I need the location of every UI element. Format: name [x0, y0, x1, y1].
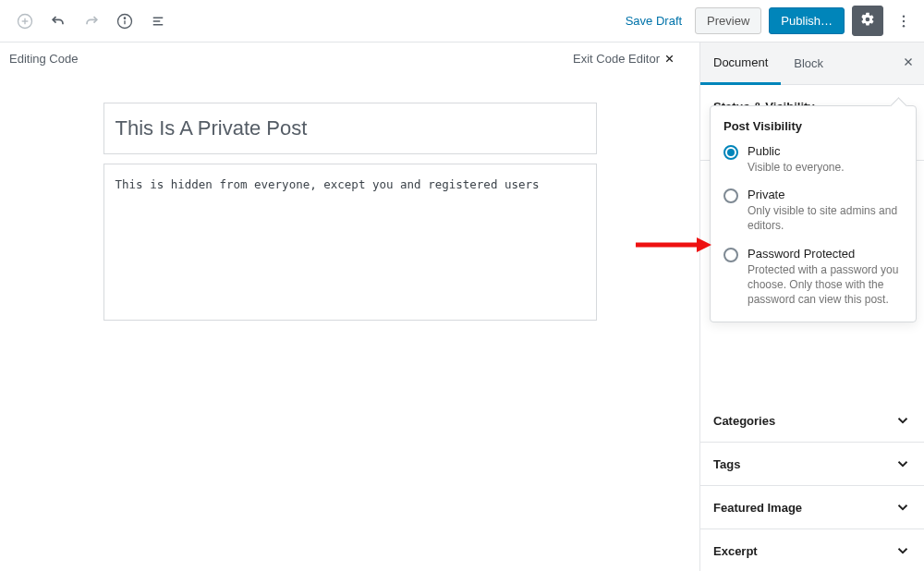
- option-label: Public: [748, 144, 845, 158]
- panel-tags-title: Tags: [713, 457, 740, 471]
- option-desc: Visible to everyone.: [748, 160, 845, 175]
- close-sidebar-icon[interactable]: [902, 55, 915, 71]
- option-label: Private: [748, 188, 903, 201]
- toolbar-right: Save Draft Preview Publish…: [620, 6, 917, 36]
- exit-code-editor-button[interactable]: Exit Code Editor: [573, 52, 675, 66]
- panel-categories-head[interactable]: Categories: [700, 399, 924, 442]
- post-body-textarea[interactable]: [103, 164, 597, 321]
- tab-block[interactable]: Block: [781, 43, 836, 85]
- option-desc: Only visible to site admins and editors.: [748, 203, 903, 233]
- undo-icon[interactable]: [44, 7, 72, 35]
- preview-button[interactable]: Preview: [695, 7, 761, 34]
- top-toolbar: Save Draft Preview Publish…: [0, 0, 924, 43]
- outline-icon[interactable]: [144, 7, 172, 35]
- visibility-option-public[interactable]: Public Visible to everyone.: [723, 144, 903, 175]
- tab-document[interactable]: Document: [700, 43, 781, 85]
- panel-tags: Tags: [700, 443, 924, 486]
- visibility-option-password[interactable]: Password Protected Protected with a pass…: [723, 247, 903, 308]
- settings-button[interactable]: [852, 6, 883, 36]
- svg-marker-17: [697, 237, 711, 252]
- chevron-down-icon: [894, 542, 911, 559]
- main-area: Editing Code Exit Code Editor: [0, 43, 699, 571]
- visibility-option-private[interactable]: Private Only visible to site admins and …: [723, 188, 903, 233]
- option-desc: Protected with a password you choose. On…: [748, 262, 903, 308]
- sidebar-tabs: Document Block: [700, 43, 924, 85]
- annotation-arrow-icon: [636, 237, 711, 253]
- editor-column: [103, 103, 597, 323]
- chevron-down-icon: [894, 456, 911, 472]
- chevron-down-icon: [894, 499, 911, 516]
- redo-icon[interactable]: [78, 7, 105, 35]
- panel-featured-image: Featured Image: [700, 486, 924, 529]
- toolbar-left: [7, 7, 172, 35]
- radio-icon: [723, 188, 738, 203]
- chevron-down-icon: [894, 412, 911, 429]
- post-title-input[interactable]: [103, 103, 597, 154]
- publish-button[interactable]: Publish…: [769, 7, 845, 34]
- svg-point-9: [903, 15, 905, 17]
- editing-code-label: Editing Code: [9, 52, 78, 66]
- svg-point-5: [124, 18, 125, 18]
- info-icon[interactable]: [111, 7, 139, 35]
- svg-point-11: [903, 25, 905, 27]
- panel-tags-head[interactable]: Tags: [700, 443, 924, 485]
- visibility-popover: Post Visibility Public Visible to everyo…: [710, 105, 917, 322]
- more-options-icon[interactable]: [891, 7, 917, 35]
- panel-excerpt-title: Excerpt: [713, 544, 758, 558]
- panel-featured-image-head[interactable]: Featured Image: [700, 486, 924, 528]
- exit-code-editor-label: Exit Code Editor: [573, 52, 660, 66]
- radio-icon: [723, 145, 738, 160]
- popover-title: Post Visibility: [723, 119, 903, 133]
- panel-excerpt-head[interactable]: Excerpt: [700, 529, 924, 571]
- panel-categories-title: Categories: [713, 414, 775, 428]
- close-icon: [663, 53, 675, 65]
- panel-excerpt: Excerpt: [700, 529, 924, 571]
- save-draft-button[interactable]: Save Draft: [620, 8, 687, 33]
- option-label: Password Protected: [748, 247, 903, 261]
- radio-icon: [723, 248, 738, 262]
- svg-point-10: [903, 19, 905, 21]
- panel-featured-image-title: Featured Image: [713, 501, 802, 515]
- sub-header: Editing Code Exit Code Editor: [0, 43, 699, 75]
- add-block-icon[interactable]: [11, 7, 39, 35]
- panel-categories: Categories: [700, 399, 924, 443]
